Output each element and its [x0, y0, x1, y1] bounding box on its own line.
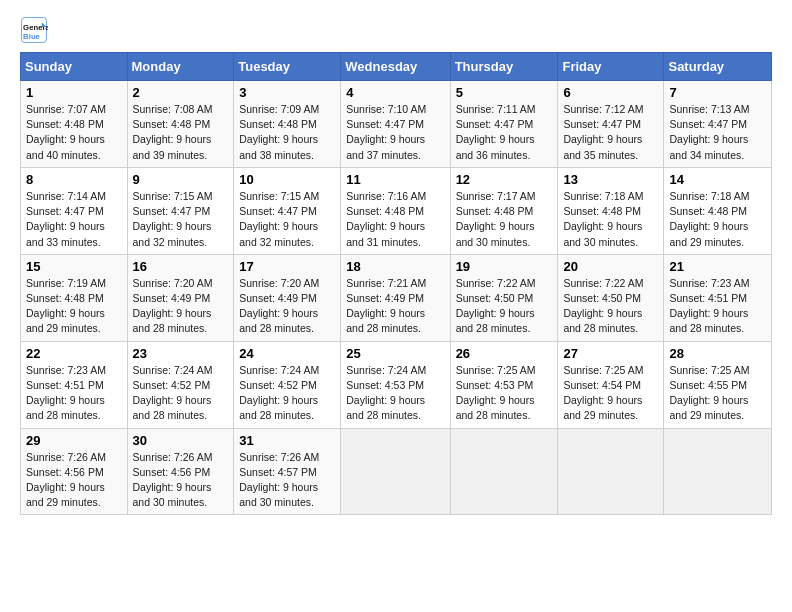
day-cell: 18Sunrise: 7:21 AMSunset: 4:49 PMDayligh…	[341, 254, 450, 341]
day-number: 15	[26, 259, 122, 274]
day-number: 17	[239, 259, 335, 274]
day-detail: Sunrise: 7:20 AMSunset: 4:49 PMDaylight:…	[239, 276, 335, 337]
day-cell: 10Sunrise: 7:15 AMSunset: 4:47 PMDayligh…	[234, 167, 341, 254]
weekday-header-monday: Monday	[127, 53, 234, 81]
day-cell: 4Sunrise: 7:10 AMSunset: 4:47 PMDaylight…	[341, 81, 450, 168]
weekday-header-row: SundayMondayTuesdayWednesdayThursdayFrid…	[21, 53, 772, 81]
day-number: 28	[669, 346, 766, 361]
day-detail: Sunrise: 7:18 AMSunset: 4:48 PMDaylight:…	[563, 189, 658, 250]
day-detail: Sunrise: 7:11 AMSunset: 4:47 PMDaylight:…	[456, 102, 553, 163]
day-cell: 13Sunrise: 7:18 AMSunset: 4:48 PMDayligh…	[558, 167, 664, 254]
day-number: 29	[26, 433, 122, 448]
day-cell: 24Sunrise: 7:24 AMSunset: 4:52 PMDayligh…	[234, 341, 341, 428]
day-detail: Sunrise: 7:14 AMSunset: 4:47 PMDaylight:…	[26, 189, 122, 250]
day-cell: 12Sunrise: 7:17 AMSunset: 4:48 PMDayligh…	[450, 167, 558, 254]
day-number: 25	[346, 346, 444, 361]
week-row-2: 8Sunrise: 7:14 AMSunset: 4:47 PMDaylight…	[21, 167, 772, 254]
day-number: 22	[26, 346, 122, 361]
day-detail: Sunrise: 7:18 AMSunset: 4:48 PMDaylight:…	[669, 189, 766, 250]
day-detail: Sunrise: 7:09 AMSunset: 4:48 PMDaylight:…	[239, 102, 335, 163]
week-row-1: 1Sunrise: 7:07 AMSunset: 4:48 PMDaylight…	[21, 81, 772, 168]
day-cell: 20Sunrise: 7:22 AMSunset: 4:50 PMDayligh…	[558, 254, 664, 341]
day-detail: Sunrise: 7:22 AMSunset: 4:50 PMDaylight:…	[456, 276, 553, 337]
day-detail: Sunrise: 7:26 AMSunset: 4:56 PMDaylight:…	[133, 450, 229, 511]
day-detail: Sunrise: 7:16 AMSunset: 4:48 PMDaylight:…	[346, 189, 444, 250]
day-cell: 16Sunrise: 7:20 AMSunset: 4:49 PMDayligh…	[127, 254, 234, 341]
day-number: 23	[133, 346, 229, 361]
day-detail: Sunrise: 7:26 AMSunset: 4:57 PMDaylight:…	[239, 450, 335, 511]
day-cell: 22Sunrise: 7:23 AMSunset: 4:51 PMDayligh…	[21, 341, 128, 428]
day-number: 7	[669, 85, 766, 100]
day-number: 13	[563, 172, 658, 187]
day-cell: 27Sunrise: 7:25 AMSunset: 4:54 PMDayligh…	[558, 341, 664, 428]
day-cell: 6Sunrise: 7:12 AMSunset: 4:47 PMDaylight…	[558, 81, 664, 168]
day-cell	[664, 428, 772, 515]
logo-icon: General Blue	[20, 16, 48, 44]
day-number: 27	[563, 346, 658, 361]
day-number: 1	[26, 85, 122, 100]
day-cell: 7Sunrise: 7:13 AMSunset: 4:47 PMDaylight…	[664, 81, 772, 168]
day-number: 6	[563, 85, 658, 100]
weekday-header-tuesday: Tuesday	[234, 53, 341, 81]
day-cell: 17Sunrise: 7:20 AMSunset: 4:49 PMDayligh…	[234, 254, 341, 341]
day-cell: 15Sunrise: 7:19 AMSunset: 4:48 PMDayligh…	[21, 254, 128, 341]
day-number: 26	[456, 346, 553, 361]
day-number: 14	[669, 172, 766, 187]
day-cell: 8Sunrise: 7:14 AMSunset: 4:47 PMDaylight…	[21, 167, 128, 254]
weekday-header-saturday: Saturday	[664, 53, 772, 81]
week-row-3: 15Sunrise: 7:19 AMSunset: 4:48 PMDayligh…	[21, 254, 772, 341]
day-cell: 9Sunrise: 7:15 AMSunset: 4:47 PMDaylight…	[127, 167, 234, 254]
day-number: 9	[133, 172, 229, 187]
day-detail: Sunrise: 7:12 AMSunset: 4:47 PMDaylight:…	[563, 102, 658, 163]
day-detail: Sunrise: 7:20 AMSunset: 4:49 PMDaylight:…	[133, 276, 229, 337]
day-cell	[558, 428, 664, 515]
day-cell: 3Sunrise: 7:09 AMSunset: 4:48 PMDaylight…	[234, 81, 341, 168]
day-detail: Sunrise: 7:25 AMSunset: 4:54 PMDaylight:…	[563, 363, 658, 424]
svg-text:Blue: Blue	[23, 32, 41, 41]
day-number: 3	[239, 85, 335, 100]
day-detail: Sunrise: 7:21 AMSunset: 4:49 PMDaylight:…	[346, 276, 444, 337]
day-number: 8	[26, 172, 122, 187]
day-detail: Sunrise: 7:24 AMSunset: 4:53 PMDaylight:…	[346, 363, 444, 424]
day-detail: Sunrise: 7:17 AMSunset: 4:48 PMDaylight:…	[456, 189, 553, 250]
calendar: SundayMondayTuesdayWednesdayThursdayFrid…	[20, 52, 772, 515]
day-cell: 31Sunrise: 7:26 AMSunset: 4:57 PMDayligh…	[234, 428, 341, 515]
day-cell: 26Sunrise: 7:25 AMSunset: 4:53 PMDayligh…	[450, 341, 558, 428]
weekday-header-friday: Friday	[558, 53, 664, 81]
day-detail: Sunrise: 7:07 AMSunset: 4:48 PMDaylight:…	[26, 102, 122, 163]
day-cell: 19Sunrise: 7:22 AMSunset: 4:50 PMDayligh…	[450, 254, 558, 341]
day-cell: 21Sunrise: 7:23 AMSunset: 4:51 PMDayligh…	[664, 254, 772, 341]
weekday-header-thursday: Thursday	[450, 53, 558, 81]
day-cell	[341, 428, 450, 515]
day-cell: 29Sunrise: 7:26 AMSunset: 4:56 PMDayligh…	[21, 428, 128, 515]
day-detail: Sunrise: 7:24 AMSunset: 4:52 PMDaylight:…	[133, 363, 229, 424]
header: General Blue	[20, 16, 772, 44]
day-number: 4	[346, 85, 444, 100]
day-detail: Sunrise: 7:19 AMSunset: 4:48 PMDaylight:…	[26, 276, 122, 337]
day-number: 20	[563, 259, 658, 274]
day-detail: Sunrise: 7:15 AMSunset: 4:47 PMDaylight:…	[133, 189, 229, 250]
svg-text:General: General	[23, 23, 48, 32]
day-number: 21	[669, 259, 766, 274]
day-detail: Sunrise: 7:13 AMSunset: 4:47 PMDaylight:…	[669, 102, 766, 163]
day-detail: Sunrise: 7:25 AMSunset: 4:53 PMDaylight:…	[456, 363, 553, 424]
weekday-header-wednesday: Wednesday	[341, 53, 450, 81]
day-cell: 5Sunrise: 7:11 AMSunset: 4:47 PMDaylight…	[450, 81, 558, 168]
day-number: 19	[456, 259, 553, 274]
day-detail: Sunrise: 7:08 AMSunset: 4:48 PMDaylight:…	[133, 102, 229, 163]
day-number: 5	[456, 85, 553, 100]
day-cell: 11Sunrise: 7:16 AMSunset: 4:48 PMDayligh…	[341, 167, 450, 254]
day-detail: Sunrise: 7:25 AMSunset: 4:55 PMDaylight:…	[669, 363, 766, 424]
day-number: 31	[239, 433, 335, 448]
day-cell: 23Sunrise: 7:24 AMSunset: 4:52 PMDayligh…	[127, 341, 234, 428]
week-row-5: 29Sunrise: 7:26 AMSunset: 4:56 PMDayligh…	[21, 428, 772, 515]
logo: General Blue	[20, 16, 52, 44]
weekday-header-sunday: Sunday	[21, 53, 128, 81]
day-detail: Sunrise: 7:23 AMSunset: 4:51 PMDaylight:…	[26, 363, 122, 424]
day-detail: Sunrise: 7:22 AMSunset: 4:50 PMDaylight:…	[563, 276, 658, 337]
day-number: 30	[133, 433, 229, 448]
day-number: 16	[133, 259, 229, 274]
day-detail: Sunrise: 7:10 AMSunset: 4:47 PMDaylight:…	[346, 102, 444, 163]
day-cell	[450, 428, 558, 515]
day-cell: 2Sunrise: 7:08 AMSunset: 4:48 PMDaylight…	[127, 81, 234, 168]
